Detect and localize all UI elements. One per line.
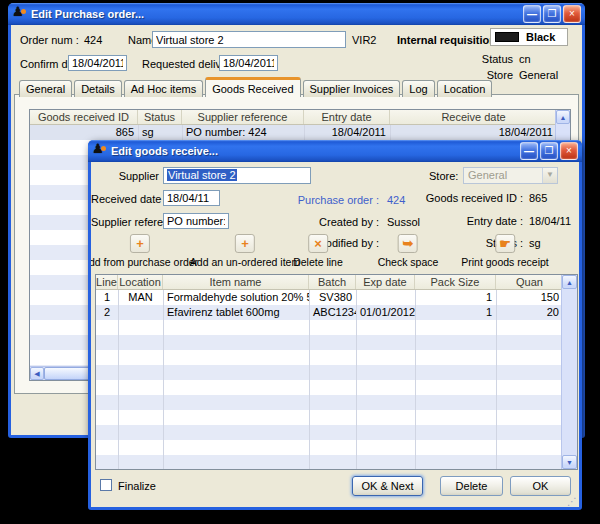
tab-general[interactable]: General	[19, 80, 72, 97]
finalize-checkbox[interactable]	[100, 479, 112, 491]
cell-quan: 20	[496, 305, 563, 320]
supplier-label: Supplier	[91, 170, 159, 182]
goods-receive-titlebar[interactable]: ♟ Edit goods receive... — ❐ ×	[88, 140, 582, 162]
ok-button[interactable]: OK	[510, 476, 571, 496]
col-pack-size[interactable]: Pack Size	[415, 275, 496, 289]
lines-header: Line Location Item name Batch Exp date P…	[96, 275, 577, 290]
cell-exp-date	[356, 290, 415, 305]
requested-delivery-input[interactable]	[219, 55, 278, 71]
cell-location: MAN	[118, 290, 163, 305]
color-swatch	[495, 32, 519, 42]
supplier-reference-input[interactable]	[163, 213, 229, 229]
name-input[interactable]	[152, 31, 346, 48]
cell-status: sg	[138, 125, 182, 140]
store-select[interactable]: General ▼	[463, 167, 558, 184]
maximize-button[interactable]: ❐	[543, 5, 561, 23]
tab-log[interactable]: Log	[402, 80, 434, 97]
tab-goods-received[interactable]: Goods Received	[205, 77, 300, 97]
store-value: General	[464, 168, 542, 183]
close-icon[interactable]: ×	[560, 142, 578, 160]
col-entry-date[interactable]: Entry date	[304, 110, 390, 124]
status-label: Status	[431, 53, 513, 65]
check-space-button[interactable]: ➥ Check space	[378, 234, 439, 268]
add-unordered-item-button[interactable]: + Add an un-ordered item	[190, 234, 300, 268]
cell-item-name: Efavirenz tablet 600mg	[163, 305, 309, 320]
toolbar-label: Add an un-ordered item	[190, 256, 300, 268]
scrollbar-down-icon[interactable]: ▼	[562, 455, 577, 469]
vertical-scrollbar[interactable]: ▲ ▼	[561, 275, 577, 469]
minimize-button[interactable]: —	[520, 142, 538, 160]
add-icon: +	[130, 234, 150, 253]
close-icon[interactable]: ×	[563, 5, 581, 23]
tab-supplier-invoices[interactable]: Supplier Invoices	[303, 80, 401, 97]
toolbar-label: Check space	[378, 256, 439, 268]
desktop: ♟ Edit Purchase order... — ❐ × Order num…	[0, 0, 600, 524]
goods-received-header: Goods received ID Status Supplier refere…	[30, 110, 570, 125]
col-supplier-reference[interactable]: Supplier reference	[182, 110, 304, 124]
app-icon: ♟	[12, 7, 27, 22]
minimize-button[interactable]: —	[523, 5, 541, 23]
window-title: Edit Purchase order...	[31, 8, 519, 20]
cell-line: 1	[96, 290, 118, 305]
add-icon: +	[235, 234, 255, 253]
delete-line-button[interactable]: × Delete line	[293, 234, 343, 268]
scrollbar-up-icon[interactable]: ▲	[562, 275, 577, 289]
tab-location[interactable]: Location	[437, 80, 493, 97]
window-title: Edit goods receive...	[111, 145, 516, 157]
supplier-code: VIR2	[352, 34, 376, 46]
toolbar-label: Print goods receipt	[461, 256, 549, 268]
col-status[interactable]: Status	[138, 110, 182, 124]
purchase-order-titlebar[interactable]: ♟ Edit Purchase order... — ❐ ×	[8, 3, 585, 25]
cell-pack-size: 1	[415, 290, 496, 305]
cell-item-name: Formaldehyde solution 20% 5L	[163, 290, 309, 305]
cell-goods-received-id: 865	[30, 125, 138, 140]
received-date-input[interactable]	[163, 190, 220, 206]
scrollbar-left-icon[interactable]: ◀	[30, 367, 44, 380]
empty-rows	[96, 320, 577, 469]
entry-date-value: 18/04/11	[529, 215, 571, 227]
internal-requisition-label: Internal requisition	[397, 34, 496, 46]
table-row[interactable]: 2 Efavirenz tablet 600mg ABC1234 01/01/2…	[96, 305, 577, 320]
resize-grip[interactable]: ⋰	[567, 496, 577, 507]
status-value: cn	[519, 53, 531, 65]
print-icon: ☛	[495, 234, 515, 253]
cell-supplier-reference: PO number: 424	[182, 125, 304, 140]
cell-batch: SV380	[309, 290, 356, 305]
cell-batch: ABC1234	[309, 305, 356, 320]
table-row[interactable]: 865 sg PO number: 424 18/04/2011 18/04/2…	[30, 125, 570, 140]
print-goods-receipt-button[interactable]: ☛ Print goods receipt	[461, 234, 549, 268]
received-date-label: Received date	[91, 193, 159, 205]
app-icon: ♟	[92, 144, 107, 159]
ok-next-button[interactable]: OK & Next	[352, 476, 423, 496]
supplier-reference-label: Supplier reference	[91, 216, 159, 228]
delete-button[interactable]: Delete	[440, 476, 503, 496]
col-batch[interactable]: Batch	[309, 275, 356, 289]
add-from-purchase-order-button[interactable]: + Add from purchase order	[91, 234, 198, 268]
goods-receive-window: ♟ Edit goods receive... — ❐ × Supplier V…	[88, 140, 582, 510]
supplier-input[interactable]: Virtual store 2	[163, 167, 311, 184]
color-select[interactable]: Black	[490, 28, 568, 46]
tab-ad-hoc-items[interactable]: Ad Hoc items	[124, 80, 203, 97]
confirm-date-input[interactable]	[68, 55, 127, 71]
cell-location	[118, 305, 163, 320]
table-row[interactable]: 1 MAN Formaldehyde solution 20% 5L SV380…	[96, 290, 577, 305]
tab-details[interactable]: Details	[74, 80, 122, 97]
col-exp-date[interactable]: Exp date	[356, 275, 415, 289]
store-label: Store:	[429, 170, 458, 182]
color-value: Black	[526, 31, 555, 43]
col-quan[interactable]: Quan	[496, 275, 563, 289]
cell-pack-size: 1	[415, 305, 496, 320]
col-line[interactable]: Line	[96, 275, 118, 289]
toolbar-label: Delete line	[293, 256, 343, 268]
goods-receive-lines-table: Line Location Item name Batch Exp date P…	[95, 274, 578, 470]
goods-received-id-label: Goods received ID :	[391, 192, 523, 204]
purchase-order-label: Purchase order :	[251, 194, 379, 206]
col-goods-received-id[interactable]: Goods received ID	[30, 110, 138, 124]
toolbar-label: Add from purchase order	[91, 256, 198, 268]
maximize-button[interactable]: ❐	[540, 142, 558, 160]
col-location[interactable]: Location	[118, 275, 163, 289]
col-item-name[interactable]: Item name	[163, 275, 309, 289]
po-tab-bar: General Details Ad Hoc items Goods Recei…	[19, 77, 494, 97]
scrollbar-up-icon[interactable]: ▲	[556, 110, 570, 124]
col-receive-date[interactable]: Receive date	[390, 110, 557, 124]
